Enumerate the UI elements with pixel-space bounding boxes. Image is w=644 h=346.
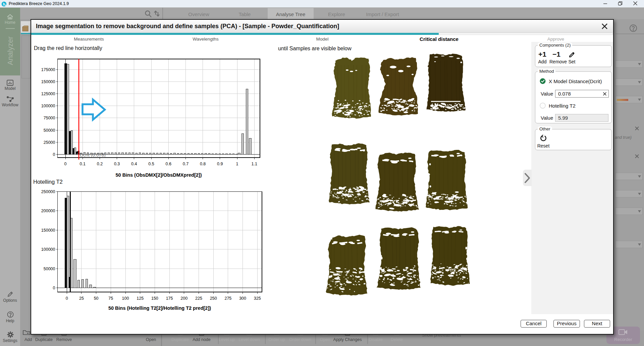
svg-text:50: 50 (94, 296, 99, 301)
svg-text:25000: 25000 (44, 140, 55, 145)
svg-text:250000: 250000 (41, 189, 55, 194)
svg-text:275: 275 (224, 296, 231, 301)
svg-text:325: 325 (254, 296, 261, 301)
svg-text:200000: 200000 (41, 209, 55, 213)
svg-text:150000: 150000 (41, 79, 55, 84)
svg-text:0: 0 (66, 296, 68, 301)
svg-text:0.7: 0.7 (183, 162, 189, 166)
svg-text:125000: 125000 (41, 92, 55, 96)
svg-text:125: 125 (137, 296, 144, 301)
svg-text:50 Bins (ObsDMX[2]/ObsDMXpred[: 50 Bins (ObsDMX[2]/ObsDMXpred[2]) (116, 172, 202, 178)
svg-text:0.6: 0.6 (166, 162, 171, 166)
svg-text:175000: 175000 (41, 67, 55, 72)
svg-text:0.4: 0.4 (131, 162, 137, 166)
svg-text:50000: 50000 (44, 128, 55, 133)
svg-text:0.5: 0.5 (148, 162, 154, 166)
svg-text:0.8: 0.8 (200, 162, 206, 166)
svg-text:100000: 100000 (41, 104, 55, 108)
svg-text:75000: 75000 (44, 116, 55, 120)
svg-text:75: 75 (108, 296, 113, 301)
svg-text:100: 100 (122, 296, 129, 301)
svg-text:200: 200 (180, 296, 187, 301)
svg-text:0: 0 (64, 162, 67, 166)
svg-text:175: 175 (166, 296, 173, 301)
svg-text:100000: 100000 (41, 247, 55, 252)
svg-text:b: b (3, 2, 5, 6)
svg-text:300: 300 (239, 296, 246, 301)
svg-text:0.9: 0.9 (217, 162, 223, 166)
svg-text:50 Bins (Hotelling T2[2]/Hotel: 50 Bins (Hotelling T2[2]/Hotelling T2 pr… (108, 305, 211, 311)
svg-text:150: 150 (151, 296, 158, 301)
svg-text:Dcrit (0.078): Dcrit (0.078) (80, 152, 106, 158)
svg-text:25: 25 (79, 296, 84, 301)
svg-text:50000: 50000 (44, 267, 55, 271)
svg-text:0.3: 0.3 (114, 162, 120, 166)
svg-text:0: 0 (53, 286, 55, 290)
svg-text:0: 0 (53, 152, 55, 157)
svg-text:1.1: 1.1 (252, 162, 257, 166)
svg-text:250: 250 (210, 296, 217, 301)
svg-text:0.2: 0.2 (97, 162, 103, 166)
svg-text:150000: 150000 (41, 228, 55, 233)
svg-text:1: 1 (236, 162, 238, 166)
svg-text:0.1: 0.1 (80, 162, 86, 166)
svg-text:225: 225 (195, 296, 202, 301)
